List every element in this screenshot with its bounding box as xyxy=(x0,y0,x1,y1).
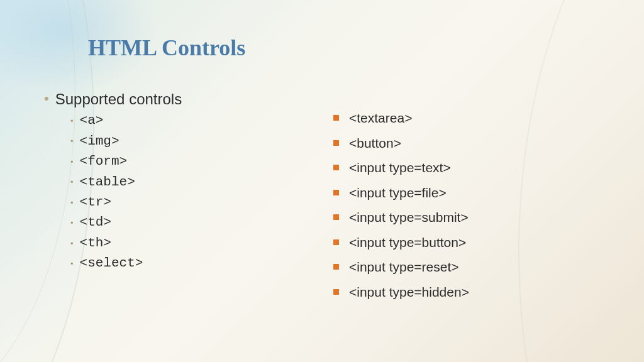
list-item: • <tr> xyxy=(70,193,283,212)
slide-body: • Supported controls • <a> • <img> • <fo… xyxy=(44,89,606,307)
list-item-label: <th> xyxy=(80,234,111,253)
list-item-label: <button> xyxy=(349,133,401,153)
list-item: • <th> xyxy=(70,234,283,253)
list-item-label: <tr> xyxy=(80,193,111,212)
list-item-label: <textarea> xyxy=(349,108,412,128)
list-item: <input type=button> xyxy=(333,233,469,253)
list-item: • <form> xyxy=(70,152,283,171)
square-bullet-icon xyxy=(333,214,339,220)
square-bullet-icon xyxy=(333,289,339,295)
left-column: • Supported controls • <a> • <img> • <fo… xyxy=(44,89,283,307)
list-item: <input type=reset> xyxy=(333,257,469,277)
list-item: • Supported controls xyxy=(44,89,283,109)
list-item: <input type=hidden> xyxy=(333,282,469,302)
list-item-label: <form> xyxy=(80,152,128,171)
list-item-label: <table> xyxy=(80,173,135,192)
square-bullet-icon xyxy=(333,190,339,195)
square-bullet-icon xyxy=(333,115,339,121)
list-item: • <table> xyxy=(70,173,283,192)
list-item-label: <input type=button> xyxy=(349,233,466,253)
square-bullet-icon xyxy=(333,165,339,170)
list-item: • <a> xyxy=(70,111,283,130)
bullet-icon: • xyxy=(70,260,74,268)
list-item: • <select> xyxy=(70,254,283,273)
list-item-label: <td> xyxy=(80,213,111,232)
square-bullet-icon xyxy=(333,239,339,245)
list-item-label: <input type=hidden> xyxy=(349,282,469,302)
list-item: <input type=text> xyxy=(333,158,469,178)
bullet-icon: • xyxy=(70,239,74,248)
list-item-label: <input type=file> xyxy=(349,183,447,203)
bullet-icon: • xyxy=(44,90,49,107)
square-bullet-icon xyxy=(333,140,339,146)
list-item: • <td> xyxy=(70,213,283,232)
list-item: <button> xyxy=(333,133,469,153)
list-item-label: <input type=text> xyxy=(349,158,451,178)
bullet-icon: • xyxy=(70,137,74,145)
bullet-icon: • xyxy=(70,219,74,227)
list-item: <input type=submit> xyxy=(333,207,469,228)
bullet-icon: • xyxy=(70,178,74,186)
slide-title: HTML Controls xyxy=(88,35,606,61)
square-bullet-icon xyxy=(333,264,339,270)
bullet-icon: • xyxy=(70,117,74,125)
right-column: <textarea> <button> <input type=text> <i… xyxy=(333,89,469,307)
list-item: <textarea> xyxy=(333,108,469,128)
list-item-label: <input type=submit> xyxy=(349,207,469,228)
sub-list: • <a> • <img> • <form> • <table> • <tr xyxy=(70,111,283,273)
slide-content: HTML Controls • Supported controls • <a>… xyxy=(0,0,644,362)
list-item-label: <img> xyxy=(80,132,119,151)
list-item-label: <input type=reset> xyxy=(349,257,459,277)
list-item: • <img> xyxy=(70,132,283,151)
bullet-icon: • xyxy=(70,199,74,207)
square-list: <textarea> <button> <input type=text> <i… xyxy=(333,108,469,302)
list-item-label: <select> xyxy=(80,254,143,273)
bullet-icon: • xyxy=(70,158,74,166)
list-item-label: Supported controls xyxy=(55,89,182,109)
list-item-label: <a> xyxy=(80,111,104,130)
list-item: <input type=file> xyxy=(333,183,469,203)
